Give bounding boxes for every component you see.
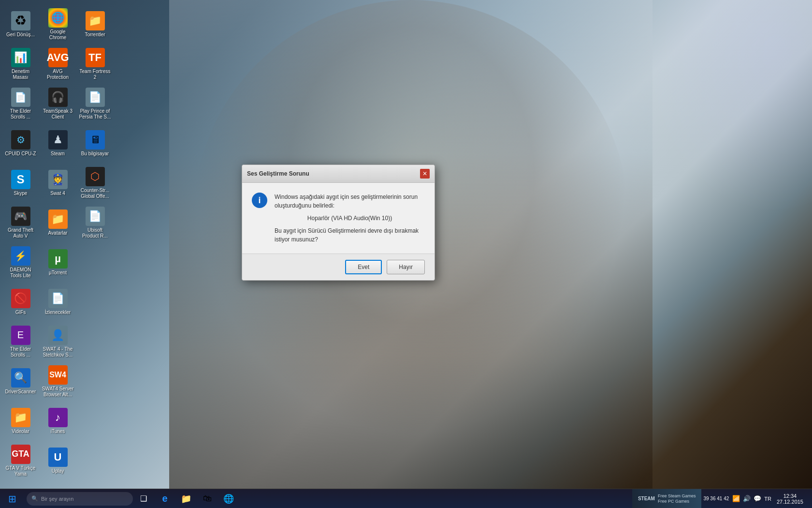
dialog-close-button[interactable]: ✕	[420, 169, 430, 179]
dialog-content: Windows aşağıdaki aygıt için ses gelişti…	[275, 193, 425, 244]
dialog-body: i Windows aşağıdaki aygıt için ses geliş…	[242, 183, 435, 254]
dialog-question: Bu aygıt için Sürücü Geliştirmelerini de…	[275, 226, 425, 244]
ses-gelistirme-dialog: Ses Geliştirme Sorunu ✕ i Windows aşağıd…	[242, 164, 435, 281]
dialog-titlebar: Ses Geliştirme Sorunu ✕	[242, 165, 435, 183]
desktop: ♻ Geri Dönüş... 📊 Denetim Masası 📄 The E…	[0, 0, 812, 508]
dialog-main-text: Windows aşağıdaki aygıt için ses gelişti…	[275, 193, 425, 210]
dialog-no-button[interactable]: Hayır	[387, 260, 425, 274]
dialog-yes-button[interactable]: Evet	[345, 260, 382, 274]
dialog-info-icon: i	[252, 193, 267, 208]
dialog-overlay: Ses Geliştirme Sorunu ✕ i Windows aşağıd…	[0, 0, 812, 508]
dialog-device-name: Hoparlör (VIA HD Audio(Win 10))	[275, 215, 425, 222]
dialog-footer: Evet Hayır	[242, 254, 435, 280]
dialog-title: Ses Geliştirme Sorunu	[247, 170, 309, 177]
